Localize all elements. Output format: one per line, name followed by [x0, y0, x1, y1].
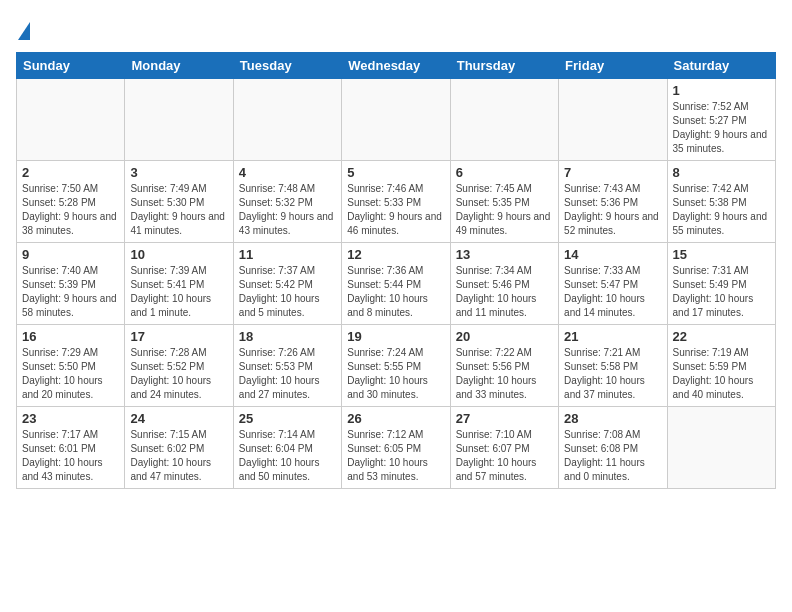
week-row-5: 23Sunrise: 7:17 AM Sunset: 6:01 PM Dayli…: [17, 407, 776, 489]
calendar-cell: 6Sunrise: 7:45 AM Sunset: 5:35 PM Daylig…: [450, 161, 558, 243]
day-number: 10: [130, 247, 227, 262]
calendar-cell: 16Sunrise: 7:29 AM Sunset: 5:50 PM Dayli…: [17, 325, 125, 407]
day-number: 11: [239, 247, 336, 262]
calendar-cell: 27Sunrise: 7:10 AM Sunset: 6:07 PM Dayli…: [450, 407, 558, 489]
day-info: Sunrise: 7:19 AM Sunset: 5:59 PM Dayligh…: [673, 346, 770, 402]
day-number: 28: [564, 411, 661, 426]
day-info: Sunrise: 7:12 AM Sunset: 6:05 PM Dayligh…: [347, 428, 444, 484]
weekday-header-sunday: Sunday: [17, 53, 125, 79]
calendar-cell: 22Sunrise: 7:19 AM Sunset: 5:59 PM Dayli…: [667, 325, 775, 407]
calendar-cell: 20Sunrise: 7:22 AM Sunset: 5:56 PM Dayli…: [450, 325, 558, 407]
day-info: Sunrise: 7:36 AM Sunset: 5:44 PM Dayligh…: [347, 264, 444, 320]
day-number: 26: [347, 411, 444, 426]
day-number: 2: [22, 165, 119, 180]
day-info: Sunrise: 7:10 AM Sunset: 6:07 PM Dayligh…: [456, 428, 553, 484]
day-info: Sunrise: 7:46 AM Sunset: 5:33 PM Dayligh…: [347, 182, 444, 238]
calendar-cell: 28Sunrise: 7:08 AM Sunset: 6:08 PM Dayli…: [559, 407, 667, 489]
day-info: Sunrise: 7:31 AM Sunset: 5:49 PM Dayligh…: [673, 264, 770, 320]
day-number: 18: [239, 329, 336, 344]
calendar-cell: [233, 79, 341, 161]
calendar-cell: 13Sunrise: 7:34 AM Sunset: 5:46 PM Dayli…: [450, 243, 558, 325]
day-info: Sunrise: 7:34 AM Sunset: 5:46 PM Dayligh…: [456, 264, 553, 320]
page-header: [16, 16, 776, 40]
day-number: 8: [673, 165, 770, 180]
calendar-cell: 1Sunrise: 7:52 AM Sunset: 5:27 PM Daylig…: [667, 79, 775, 161]
weekday-header-saturday: Saturday: [667, 53, 775, 79]
week-row-4: 16Sunrise: 7:29 AM Sunset: 5:50 PM Dayli…: [17, 325, 776, 407]
day-number: 17: [130, 329, 227, 344]
day-number: 27: [456, 411, 553, 426]
day-info: Sunrise: 7:48 AM Sunset: 5:32 PM Dayligh…: [239, 182, 336, 238]
logo: [16, 16, 30, 40]
day-number: 14: [564, 247, 661, 262]
day-number: 15: [673, 247, 770, 262]
day-number: 4: [239, 165, 336, 180]
day-number: 9: [22, 247, 119, 262]
calendar-cell: 10Sunrise: 7:39 AM Sunset: 5:41 PM Dayli…: [125, 243, 233, 325]
day-number: 22: [673, 329, 770, 344]
calendar-cell: 7Sunrise: 7:43 AM Sunset: 5:36 PM Daylig…: [559, 161, 667, 243]
day-info: Sunrise: 7:15 AM Sunset: 6:02 PM Dayligh…: [130, 428, 227, 484]
calendar-cell: 4Sunrise: 7:48 AM Sunset: 5:32 PM Daylig…: [233, 161, 341, 243]
calendar-cell: 26Sunrise: 7:12 AM Sunset: 6:05 PM Dayli…: [342, 407, 450, 489]
day-number: 1: [673, 83, 770, 98]
calendar-cell: 11Sunrise: 7:37 AM Sunset: 5:42 PM Dayli…: [233, 243, 341, 325]
day-info: Sunrise: 7:21 AM Sunset: 5:58 PM Dayligh…: [564, 346, 661, 402]
calendar-cell: 5Sunrise: 7:46 AM Sunset: 5:33 PM Daylig…: [342, 161, 450, 243]
calendar-cell: 18Sunrise: 7:26 AM Sunset: 5:53 PM Dayli…: [233, 325, 341, 407]
logo-arrow-icon: [18, 22, 30, 40]
day-number: 7: [564, 165, 661, 180]
calendar-cell: [125, 79, 233, 161]
day-info: Sunrise: 7:28 AM Sunset: 5:52 PM Dayligh…: [130, 346, 227, 402]
day-info: Sunrise: 7:29 AM Sunset: 5:50 PM Dayligh…: [22, 346, 119, 402]
day-number: 19: [347, 329, 444, 344]
calendar-cell: [17, 79, 125, 161]
day-number: 13: [456, 247, 553, 262]
day-info: Sunrise: 7:52 AM Sunset: 5:27 PM Dayligh…: [673, 100, 770, 156]
day-info: Sunrise: 7:43 AM Sunset: 5:36 PM Dayligh…: [564, 182, 661, 238]
day-info: Sunrise: 7:39 AM Sunset: 5:41 PM Dayligh…: [130, 264, 227, 320]
calendar-cell: 8Sunrise: 7:42 AM Sunset: 5:38 PM Daylig…: [667, 161, 775, 243]
day-number: 12: [347, 247, 444, 262]
calendar-cell: 9Sunrise: 7:40 AM Sunset: 5:39 PM Daylig…: [17, 243, 125, 325]
day-number: 23: [22, 411, 119, 426]
day-info: Sunrise: 7:42 AM Sunset: 5:38 PM Dayligh…: [673, 182, 770, 238]
weekday-header-wednesday: Wednesday: [342, 53, 450, 79]
week-row-1: 1Sunrise: 7:52 AM Sunset: 5:27 PM Daylig…: [17, 79, 776, 161]
calendar-cell: [667, 407, 775, 489]
day-number: 6: [456, 165, 553, 180]
day-info: Sunrise: 7:50 AM Sunset: 5:28 PM Dayligh…: [22, 182, 119, 238]
calendar-table: SundayMondayTuesdayWednesdayThursdayFrid…: [16, 52, 776, 489]
calendar-cell: 14Sunrise: 7:33 AM Sunset: 5:47 PM Dayli…: [559, 243, 667, 325]
calendar-cell: [559, 79, 667, 161]
day-info: Sunrise: 7:37 AM Sunset: 5:42 PM Dayligh…: [239, 264, 336, 320]
day-number: 25: [239, 411, 336, 426]
calendar-cell: 19Sunrise: 7:24 AM Sunset: 5:55 PM Dayli…: [342, 325, 450, 407]
calendar-cell: 24Sunrise: 7:15 AM Sunset: 6:02 PM Dayli…: [125, 407, 233, 489]
weekday-header-tuesday: Tuesday: [233, 53, 341, 79]
calendar-cell: 21Sunrise: 7:21 AM Sunset: 5:58 PM Dayli…: [559, 325, 667, 407]
weekday-header-friday: Friday: [559, 53, 667, 79]
day-info: Sunrise: 7:40 AM Sunset: 5:39 PM Dayligh…: [22, 264, 119, 320]
week-row-3: 9Sunrise: 7:40 AM Sunset: 5:39 PM Daylig…: [17, 243, 776, 325]
calendar-cell: 23Sunrise: 7:17 AM Sunset: 6:01 PM Dayli…: [17, 407, 125, 489]
weekday-header-monday: Monday: [125, 53, 233, 79]
weekday-header-row: SundayMondayTuesdayWednesdayThursdayFrid…: [17, 53, 776, 79]
calendar-cell: [450, 79, 558, 161]
weekday-header-thursday: Thursday: [450, 53, 558, 79]
day-info: Sunrise: 7:26 AM Sunset: 5:53 PM Dayligh…: [239, 346, 336, 402]
day-number: 20: [456, 329, 553, 344]
calendar-cell: [342, 79, 450, 161]
calendar-cell: 25Sunrise: 7:14 AM Sunset: 6:04 PM Dayli…: [233, 407, 341, 489]
day-number: 16: [22, 329, 119, 344]
calendar-cell: 12Sunrise: 7:36 AM Sunset: 5:44 PM Dayli…: [342, 243, 450, 325]
day-info: Sunrise: 7:17 AM Sunset: 6:01 PM Dayligh…: [22, 428, 119, 484]
day-info: Sunrise: 7:33 AM Sunset: 5:47 PM Dayligh…: [564, 264, 661, 320]
day-info: Sunrise: 7:24 AM Sunset: 5:55 PM Dayligh…: [347, 346, 444, 402]
day-info: Sunrise: 7:08 AM Sunset: 6:08 PM Dayligh…: [564, 428, 661, 484]
day-info: Sunrise: 7:22 AM Sunset: 5:56 PM Dayligh…: [456, 346, 553, 402]
day-number: 24: [130, 411, 227, 426]
day-info: Sunrise: 7:49 AM Sunset: 5:30 PM Dayligh…: [130, 182, 227, 238]
calendar-cell: 15Sunrise: 7:31 AM Sunset: 5:49 PM Dayli…: [667, 243, 775, 325]
calendar-cell: 17Sunrise: 7:28 AM Sunset: 5:52 PM Dayli…: [125, 325, 233, 407]
